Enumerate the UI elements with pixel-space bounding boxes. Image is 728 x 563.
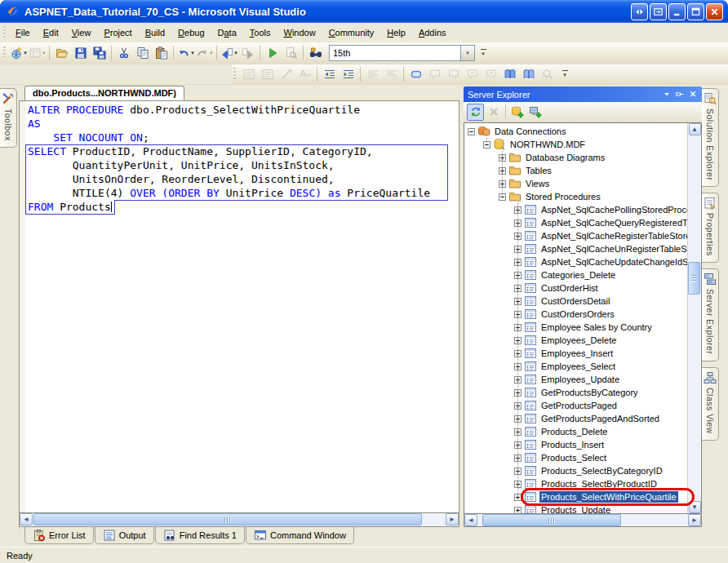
combo-value[interactable]: 15th	[330, 46, 460, 60]
tree-item[interactable]: +Products_Select	[464, 451, 687, 464]
previous-bookmark-in-document-button[interactable]	[500, 65, 519, 83]
menu-data[interactable]: Data	[211, 24, 243, 41]
scroll-left-button[interactable]: ◄	[464, 514, 477, 526]
standard-toolbar-grip[interactable]	[3, 47, 6, 60]
toolbar-overflow-button[interactable]: ▾	[477, 44, 489, 62]
close-panel-button[interactable]	[687, 88, 699, 100]
minimize-button[interactable]	[668, 3, 686, 20]
start-debugging-button[interactable]	[263, 44, 282, 62]
quick-info-button[interactable]	[277, 65, 295, 83]
tree-item[interactable]: −Stored Procedures	[464, 190, 687, 203]
window-position-button[interactable]	[661, 88, 673, 100]
next-bookmark-in-document-button[interactable]	[519, 65, 538, 83]
document-tab[interactable]: dbo.Products...NORTHWND.MDF)	[24, 86, 184, 100]
open-folder-button[interactable]	[52, 44, 71, 62]
add-item-button[interactable]: ▾	[28, 44, 47, 62]
tree-horizontal-scrollbar[interactable]: ◄ ►	[464, 513, 702, 527]
scroll-thumb[interactable]	[33, 513, 422, 525]
scroll-left-button[interactable]: ◄	[20, 513, 33, 525]
toggle-bookmark-button[interactable]	[406, 65, 425, 83]
previous-bookmark-in-folder-button[interactable]	[463, 65, 482, 83]
menu-build[interactable]: Build	[139, 24, 171, 41]
tree-item[interactable]: +GetProductsPaged	[464, 399, 687, 412]
menu-view[interactable]: View	[65, 24, 98, 41]
close-button[interactable]	[706, 3, 723, 20]
side-tab-server-explorer[interactable]: Server Explorer	[702, 268, 719, 361]
side-tab-solution-explorer[interactable]: Solution Explorer	[702, 88, 719, 187]
scroll-track[interactable]	[33, 513, 446, 526]
refresh-button[interactable]	[467, 104, 484, 121]
editor-horizontal-scrollbar[interactable]: ◄ ►	[19, 513, 459, 527]
increase-indent-button[interactable]	[339, 65, 357, 83]
comment-selection-button[interactable]	[363, 65, 382, 83]
menu-community[interactable]: Community	[322, 24, 381, 41]
combo-dropdown-button[interactable]: ▼	[460, 46, 474, 60]
tree-item[interactable]: +Database Diagrams	[464, 151, 687, 164]
tree-item[interactable]: +Employee Sales by Country	[464, 321, 687, 334]
pane-left-right-button[interactable]	[631, 3, 648, 20]
member-list-button[interactable]	[239, 65, 258, 83]
tree-item[interactable]: +AspNet_SqlCacheQueryRegisteredTablesSto…	[464, 216, 687, 229]
tree-item[interactable]: +Employees_Update	[464, 373, 687, 386]
tree-item[interactable]: +Views	[464, 177, 687, 190]
menu-project[interactable]: Project	[97, 24, 138, 41]
scroll-thumb[interactable]	[688, 262, 700, 295]
cut-button[interactable]	[114, 44, 133, 62]
side-tab-toolbox[interactable]: Toolbox	[0, 88, 17, 148]
tree-vertical-scrollbar[interactable]: ▲ ▼	[687, 123, 701, 513]
bottom-tab-command-window[interactable]: Command Window	[246, 527, 354, 544]
maximize-button[interactable]	[687, 3, 704, 20]
navigate-forward-button[interactable]	[238, 44, 257, 62]
tree-item[interactable]: +CustOrdersOrders	[464, 308, 687, 321]
tree-item[interactable]: +Products_SelectByProductID	[464, 477, 687, 490]
menu-debug[interactable]: Debug	[171, 24, 211, 41]
next-bookmark-button[interactable]	[444, 65, 463, 83]
paste-button[interactable]	[152, 44, 171, 62]
tree-expander[interactable]: −	[468, 128, 475, 135]
tree-item[interactable]: +Tables	[464, 164, 687, 177]
clear-bookmarks-button[interactable]	[538, 65, 557, 83]
menubar-grip[interactable]	[3, 26, 6, 39]
tree-item[interactable]: +GetProductsPagedAndSorted	[464, 412, 687, 425]
tree-item[interactable]: +AspNet_SqlCacheRegisterTableStoredProce…	[464, 229, 687, 242]
tree-item[interactable]: +CustOrderHist	[464, 282, 687, 295]
tree-item[interactable]: +Categories_Delete	[464, 268, 687, 282]
scroll-track[interactable]	[688, 135, 701, 501]
tree-item[interactable]: +Products_Delete	[464, 425, 687, 438]
menu-addins[interactable]: Addins	[412, 24, 453, 41]
text-editor-toolbar-grip[interactable]	[233, 68, 236, 81]
tree-item[interactable]: +Products_Insert	[464, 438, 687, 451]
scroll-track[interactable]	[477, 514, 688, 526]
navigate-backward-button[interactable]: ▾	[220, 44, 238, 62]
tree-item[interactable]: +AspNet_SqlCacheUnRegisterTableStoredPro…	[464, 242, 687, 255]
next-bookmark-in-folder-button[interactable]	[482, 65, 500, 83]
copy-button[interactable]	[133, 44, 152, 62]
parameter-info-button[interactable]	[258, 65, 277, 83]
decrease-indent-button[interactable]	[320, 65, 339, 83]
menu-file[interactable]: File	[9, 24, 37, 41]
save-all-button[interactable]	[90, 44, 109, 62]
tree-item[interactable]: +Employees_Select	[464, 360, 687, 373]
side-tab-properties[interactable]: Properties	[702, 193, 719, 263]
delete-button[interactable]	[485, 104, 502, 121]
sql-editor[interactable]: ALTER PROCEDURE dbo.Products_SelectWithP…	[19, 100, 459, 513]
word-completion-button[interactable]	[295, 65, 314, 83]
tree-item[interactable]: +Employees_Delete	[464, 334, 687, 347]
menu-edit[interactable]: Edit	[37, 24, 65, 41]
undo-button[interactable]: ▾	[176, 44, 195, 62]
tree-expander[interactable]: +	[514, 507, 522, 514]
scroll-right-button[interactable]: ►	[446, 513, 459, 525]
find-in-files-button[interactable]	[306, 44, 325, 62]
auto-hide-button[interactable]	[674, 88, 686, 100]
save-button[interactable]	[71, 44, 90, 62]
tree-item[interactable]: +Products_SelectWithPriceQuartile	[464, 490, 687, 503]
menu-help[interactable]: Help	[380, 24, 412, 41]
zoom-combo[interactable]: 15th ▼	[329, 45, 475, 61]
tree-item[interactable]: −Data Connections	[464, 125, 687, 138]
tree-item[interactable]: +AspNet_SqlCachePollingStoredProcedure	[464, 203, 687, 216]
pane-float-button[interactable]	[650, 3, 667, 20]
scroll-up-button[interactable]: ▲	[689, 123, 701, 135]
find-in-document-button[interactable]	[282, 44, 300, 62]
scroll-right-button[interactable]: ►	[688, 514, 701, 526]
server-explorer-tree[interactable]: −Data Connections−NORTHWND.MDF+Database …	[464, 123, 687, 513]
